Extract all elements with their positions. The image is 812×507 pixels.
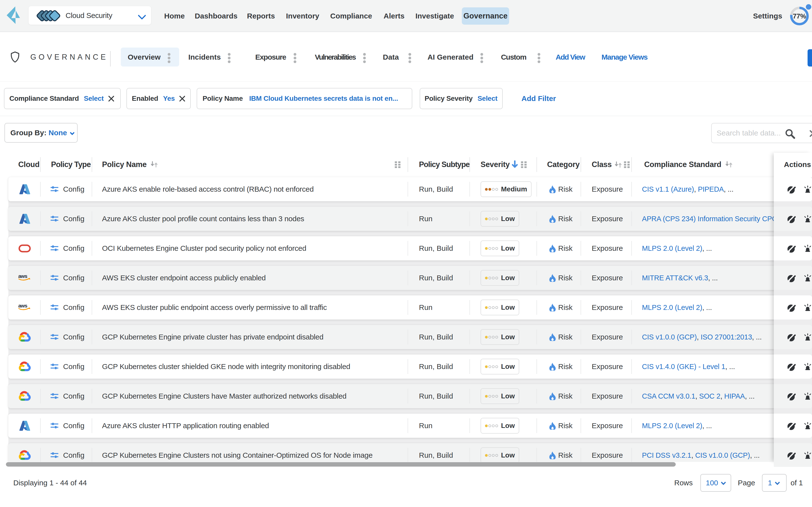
svg-text:77%: 77% [793,12,806,20]
